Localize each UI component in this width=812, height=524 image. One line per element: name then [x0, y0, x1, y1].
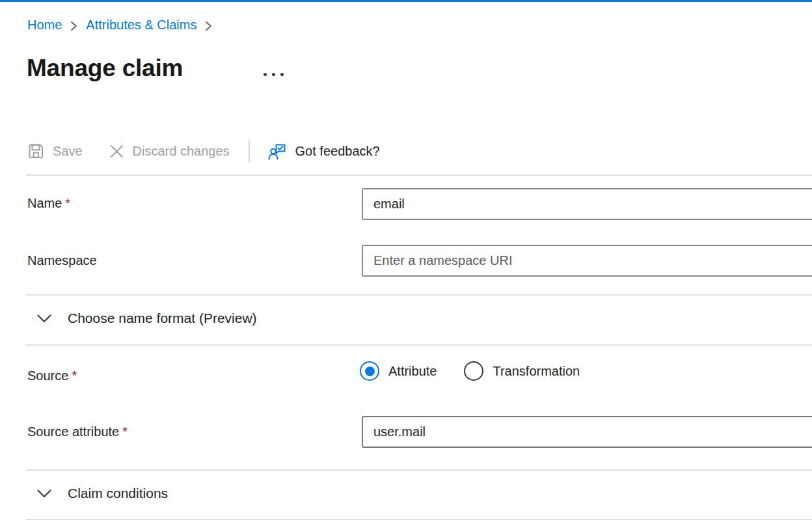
- discard-changes-label: Discard changes: [133, 144, 230, 159]
- source-attribute-field-label: Source attribute*: [27, 424, 128, 439]
- save-button[interactable]: Save: [27, 143, 83, 160]
- required-asterisk: *: [72, 368, 77, 383]
- radio-option-attribute[interactable]: Attribute: [360, 361, 437, 381]
- required-asterisk: *: [122, 424, 128, 439]
- ellipsis-icon: [272, 73, 275, 76]
- command-toolbar: Save Discard changes Got feedback?: [27, 136, 380, 166]
- section-choose-name-format[interactable]: Choose name format (Preview): [26, 303, 812, 333]
- save-icon: [27, 143, 45, 160]
- radio-label: Attribute: [388, 364, 437, 379]
- divider: [26, 344, 812, 346]
- manage-claim-page: Home Attributes & Claims Manage claim Sa…: [0, 0, 812, 524]
- required-asterisk: *: [65, 196, 70, 210]
- chevron-down-icon: [36, 489, 52, 499]
- section-title: Choose name format (Preview): [68, 310, 257, 326]
- top-accent-bar: [0, 0, 812, 2]
- divider: [26, 174, 812, 176]
- name-input[interactable]: [362, 188, 812, 220]
- ellipsis-icon: [264, 73, 267, 76]
- discard-changes-button[interactable]: Discard changes: [109, 143, 230, 159]
- breadcrumb: Home Attributes & Claims: [27, 18, 213, 33]
- radio-button-icon: [360, 361, 379, 381]
- ellipsis-icon: [280, 73, 284, 76]
- toolbar-divider: [249, 140, 250, 162]
- radio-label: Transformation: [493, 364, 580, 379]
- breadcrumb-home-link[interactable]: Home: [27, 18, 62, 33]
- divider: [26, 519, 812, 520]
- breadcrumb-attributes-claims-link[interactable]: Attributes & Claims: [86, 18, 196, 33]
- name-field-label: Name*: [27, 196, 70, 211]
- radio-option-transformation[interactable]: Transformation: [464, 361, 580, 381]
- divider: [26, 294, 812, 296]
- section-title: Claim conditions: [68, 486, 168, 501]
- name-label-text: Name: [27, 196, 62, 210]
- got-feedback-button[interactable]: Got feedback?: [267, 141, 380, 161]
- got-feedback-label: Got feedback?: [295, 144, 380, 159]
- source-attribute-input[interactable]: [362, 416, 812, 448]
- divider: [26, 469, 812, 471]
- save-button-label: Save: [53, 144, 83, 159]
- radio-button-icon: [464, 361, 483, 381]
- chevron-right-icon: [204, 20, 213, 32]
- page-title: Manage claim: [27, 55, 183, 82]
- source-field-label: Source*: [27, 368, 77, 383]
- source-attribute-label-text: Source attribute: [27, 424, 119, 439]
- more-options-button[interactable]: [261, 70, 286, 79]
- namespace-label-text: Namespace: [27, 253, 97, 268]
- source-label-text: Source: [27, 368, 68, 383]
- namespace-field-label: Namespace: [27, 253, 97, 268]
- x-cross-icon: [109, 143, 125, 159]
- feedback-icon: [267, 141, 288, 161]
- section-claim-conditions[interactable]: Claim conditions: [26, 478, 812, 508]
- namespace-input[interactable]: [362, 245, 812, 277]
- chevron-right-icon: [70, 20, 78, 32]
- source-radio-group: Attribute Transformation: [360, 361, 580, 381]
- chevron-down-icon: [36, 314, 52, 324]
